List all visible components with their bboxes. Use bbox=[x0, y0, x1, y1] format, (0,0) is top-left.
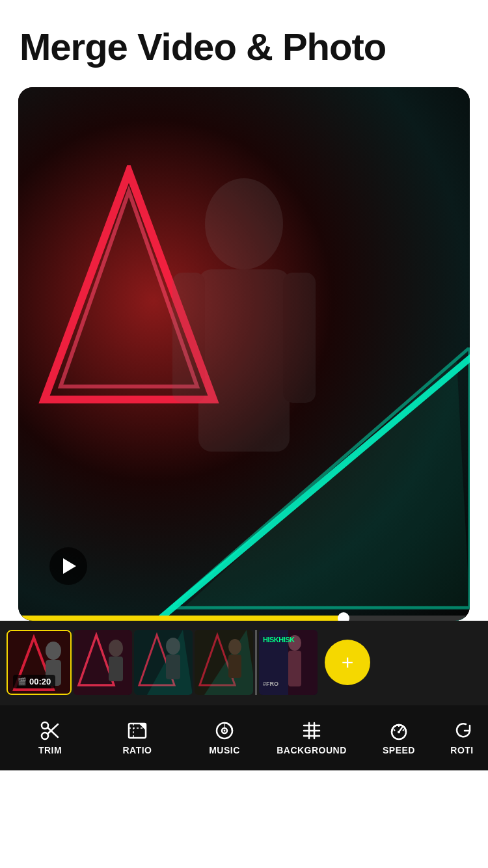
bottom-toolbar: TRIM RATIO MUSIC bbox=[0, 705, 488, 770]
header-section: Merge Video & Photo bbox=[0, 0, 488, 81]
duration-badge: 🎬 00:20 bbox=[13, 675, 55, 688]
film-clip-2[interactable] bbox=[74, 630, 132, 695]
video-background bbox=[18, 87, 470, 621]
svg-rect-31 bbox=[288, 651, 301, 686]
svg-point-40 bbox=[224, 729, 226, 731]
timeline-scrubber[interactable] bbox=[18, 616, 470, 621]
ratio-label: RATIO bbox=[122, 745, 152, 755]
filmstrip-section: 🎬 00:20 bbox=[0, 621, 488, 705]
ratio-icon bbox=[127, 720, 148, 741]
film-clip-1[interactable]: 🎬 00:20 bbox=[7, 630, 72, 695]
timeline-dot[interactable] bbox=[338, 612, 349, 621]
music-label: MUSIC bbox=[209, 745, 240, 755]
person-image bbox=[18, 87, 470, 621]
svg-point-11 bbox=[46, 642, 61, 660]
svg-rect-21 bbox=[166, 655, 180, 679]
svg-point-20 bbox=[166, 638, 180, 655]
trim-label: TRIM bbox=[38, 745, 62, 755]
rotate-label: RoTI bbox=[450, 745, 473, 755]
toolbar-item-rotate[interactable]: RoTI bbox=[442, 720, 481, 755]
toolbar-item-music[interactable]: MUSIC bbox=[181, 714, 268, 762]
toolbar-item-trim[interactable]: TRIM bbox=[7, 714, 94, 762]
add-icon: + bbox=[342, 652, 354, 673]
svg-point-25 bbox=[228, 639, 241, 655]
timeline-progress bbox=[18, 616, 344, 621]
page-title: Merge Video & Photo bbox=[20, 26, 468, 68]
film-clip-3[interactable] bbox=[134, 630, 193, 695]
toolbar-item-speed[interactable]: SPEED bbox=[355, 714, 442, 762]
filmstrip-wrapper: 🎬 00:20 bbox=[0, 630, 488, 695]
background-icon bbox=[301, 720, 322, 741]
rotate-icon bbox=[452, 720, 472, 741]
add-clip-button[interactable]: + bbox=[325, 640, 370, 685]
svg-rect-26 bbox=[228, 655, 241, 678]
svg-rect-7 bbox=[172, 273, 205, 403]
clip-hashtag: #FRO bbox=[263, 680, 278, 687]
film-clip-5[interactable]: HISKHISK #FRO bbox=[259, 630, 318, 695]
speed-icon bbox=[388, 720, 409, 741]
scissors-icon bbox=[40, 720, 61, 741]
svg-point-15 bbox=[109, 640, 123, 657]
video-preview bbox=[18, 87, 470, 621]
music-icon bbox=[214, 720, 235, 741]
svg-point-52 bbox=[398, 731, 400, 733]
svg-point-5 bbox=[205, 178, 283, 269]
svg-rect-16 bbox=[109, 657, 123, 681]
play-icon bbox=[63, 558, 76, 574]
video-icon: 🎬 bbox=[18, 677, 27, 686]
svg-rect-8 bbox=[283, 273, 316, 403]
play-button[interactable] bbox=[49, 547, 87, 585]
clip-section-divider bbox=[255, 630, 257, 695]
svg-rect-6 bbox=[198, 269, 290, 452]
toolbar-item-background[interactable]: BACKGROUND bbox=[268, 714, 355, 762]
clip-text-overlay: HISKHISK bbox=[263, 635, 295, 644]
duration-text: 00:20 bbox=[29, 677, 51, 686]
film-clip-4[interactable] bbox=[195, 630, 253, 695]
speed-label: SPEED bbox=[383, 745, 415, 755]
background-label: BACKGROUND bbox=[277, 745, 347, 755]
svg-line-48 bbox=[394, 729, 395, 731]
svg-line-49 bbox=[403, 729, 404, 731]
toolbar-item-ratio[interactable]: RATIO bbox=[94, 714, 181, 762]
